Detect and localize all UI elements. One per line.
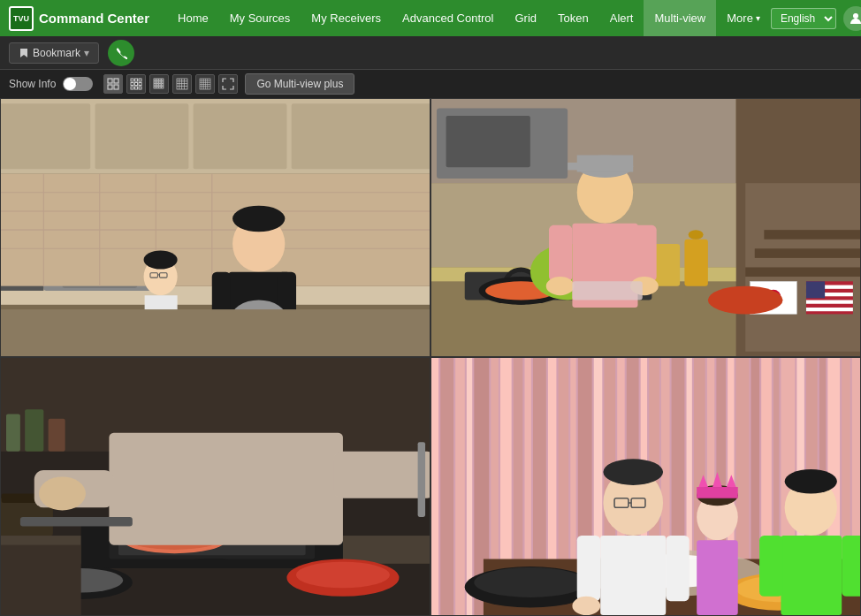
svg-rect-125 — [49, 419, 65, 452]
show-info-toggle[interactable] — [63, 77, 93, 91]
svg-point-203 — [572, 597, 600, 615]
svg-rect-50 — [95, 103, 189, 169]
svg-rect-13 — [135, 87, 138, 89]
grid-4x4-button[interactable] — [149, 74, 169, 94]
svg-rect-23 — [154, 84, 156, 86]
svg-point-194 — [474, 567, 586, 597]
app-title: Command Center — [39, 11, 149, 26]
svg-rect-18 — [162, 79, 164, 80]
logo-area: TVU Command Center — [9, 6, 149, 31]
right-nav: English ▾ — [771, 6, 861, 31]
svg-rect-22 — [162, 81, 164, 83]
svg-point-118 — [546, 277, 575, 295]
svg-rect-145 — [20, 517, 133, 527]
svg-rect-116 — [549, 225, 572, 281]
video-grid — [0, 98, 861, 616]
language-select[interactable]: English — [771, 8, 836, 29]
svg-point-199 — [603, 459, 663, 485]
svg-rect-51 — [194, 103, 287, 169]
svg-rect-213 — [781, 536, 842, 615]
svg-rect-150 — [440, 358, 453, 615]
svg-point-110 — [708, 286, 783, 315]
svg-rect-210 — [697, 540, 738, 615]
svg-rect-149 — [431, 358, 438, 615]
svg-rect-6 — [131, 79, 133, 81]
svg-rect-87 — [764, 230, 860, 240]
svg-rect-85 — [745, 267, 860, 277]
svg-rect-120 — [572, 281, 642, 300]
svg-rect-37 — [177, 79, 187, 89]
bookmark-button[interactable]: Bookmark ▾ — [9, 42, 99, 64]
svg-rect-146 — [1, 545, 81, 615]
svg-rect-20 — [156, 81, 158, 83]
svg-rect-106 — [684, 240, 707, 286]
phone-button[interactable] — [108, 40, 134, 66]
svg-rect-117 — [633, 225, 656, 281]
nav-grid[interactable]: Grid — [504, 0, 547, 36]
svg-rect-215 — [842, 536, 860, 597]
nav-my-receivers[interactable]: My Receivers — [301, 0, 392, 36]
svg-rect-114 — [568, 163, 586, 170]
grid-2x2-button[interactable] — [103, 74, 123, 94]
svg-rect-200 — [600, 536, 666, 615]
svg-rect-96 — [806, 281, 825, 298]
bookmark-chevron-icon: ▾ — [84, 47, 89, 59]
svg-rect-21 — [159, 81, 161, 83]
svg-rect-16 — [156, 79, 158, 80]
svg-rect-10 — [135, 83, 138, 86]
video-cell-4[interactable] — [430, 357, 861, 616]
svg-rect-124 — [25, 409, 43, 452]
user-menu-button[interactable] — [843, 6, 861, 31]
svg-rect-86 — [755, 248, 860, 258]
svg-rect-202 — [666, 536, 689, 601]
svg-rect-11 — [139, 83, 141, 86]
svg-point-67 — [144, 250, 178, 269]
svg-point-73 — [232, 206, 285, 232]
svg-point-212 — [785, 469, 837, 494]
svg-rect-28 — [156, 87, 158, 88]
svg-rect-27 — [154, 87, 156, 88]
svg-rect-142 — [333, 452, 430, 498]
svg-rect-52 — [292, 103, 430, 169]
svg-rect-4 — [108, 85, 112, 89]
svg-rect-78 — [1, 309, 430, 356]
logo-icon: TVU — [9, 6, 34, 31]
svg-rect-17 — [159, 79, 161, 80]
svg-rect-29 — [159, 87, 161, 88]
nav-more[interactable]: More — [716, 0, 771, 36]
svg-rect-15 — [154, 79, 156, 80]
svg-rect-140 — [109, 433, 343, 545]
svg-rect-24 — [156, 84, 158, 86]
nav-my-sources[interactable]: My Sources — [219, 0, 301, 36]
svg-rect-3 — [114, 79, 118, 83]
svg-rect-5 — [114, 85, 118, 89]
svg-rect-12 — [131, 87, 133, 89]
nav-alert[interactable]: Alert — [599, 0, 644, 36]
svg-rect-46 — [200, 79, 210, 89]
nav-token[interactable]: Token — [547, 0, 599, 36]
svg-rect-94 — [806, 300, 853, 304]
nav-home[interactable]: Home — [167, 0, 219, 36]
nav-multi-view[interactable]: Multi-view — [644, 0, 716, 36]
svg-rect-14 — [139, 87, 141, 89]
svg-rect-206 — [697, 487, 738, 498]
video-cell-1[interactable] — [0, 98, 430, 357]
video-cell-3[interactable] — [0, 357, 430, 616]
svg-rect-214 — [759, 536, 782, 597]
go-multi-view-plus-button[interactable]: Go Multi-view plus — [245, 73, 354, 95]
nav-advanced-control[interactable]: Advanced Control — [392, 0, 504, 36]
fullscreen-button[interactable] — [218, 74, 238, 94]
video-cell-2[interactable] — [430, 98, 861, 357]
svg-rect-25 — [159, 84, 161, 86]
svg-rect-26 — [162, 84, 164, 86]
grid-layout-options — [103, 74, 238, 94]
grid-3x3-button[interactable] — [126, 74, 146, 94]
svg-point-144 — [39, 476, 86, 510]
navbar: TVU Command Center Home My Sources My Re… — [0, 0, 861, 36]
grid-5x5-button[interactable] — [172, 74, 192, 94]
svg-point-0 — [853, 13, 858, 19]
svg-rect-30 — [162, 87, 164, 88]
toolbar: Bookmark ▾ — [0, 36, 861, 70]
grid-6x6-button[interactable] — [195, 74, 215, 94]
svg-rect-143 — [418, 442, 425, 517]
